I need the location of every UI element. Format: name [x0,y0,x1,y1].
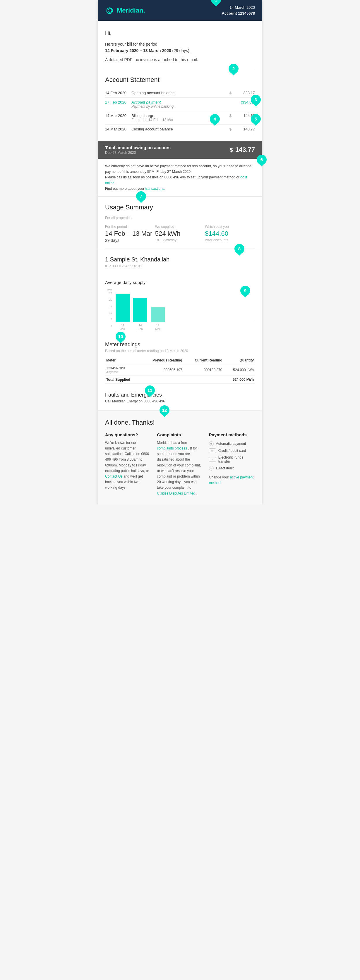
chart-title: Average daily supply [105,280,255,285]
total-row: 6 Total amount owing on account Due 27 M… [98,141,262,159]
quantity: 524.000 kWh [223,364,255,375]
questions-title: Any questions? [105,432,151,437]
y-tick-10: 10 [105,312,113,314]
bill-period-bold: 14 February 2020 – 13 March 2020 [105,48,171,53]
col-prev-reading: Previous Reading [140,356,183,364]
col-quantity: Quantity [223,356,255,364]
complaints-process-link[interactable]: complaints process [157,446,187,450]
y-tick-5: 5 [105,318,113,321]
bar-group-jan [116,294,130,322]
chart-area: kWh 25 20 15 10 5 0 [105,287,255,332]
pm-item-eft: ≡ Electronic funds transfer [209,454,255,465]
x-label-mar: 14Mar [151,323,165,331]
row-amount-3: 144.60 [231,113,255,118]
row-date-2: 17 Feb 2020 [105,100,131,104]
y-tick-15: 15 [105,305,113,308]
eft-icon: ≡ [209,457,216,462]
for-all-properties: For all properties [105,216,255,220]
period-label: For the period [105,224,155,229]
period-value: 14 Feb – 13 Mar [105,230,155,237]
bar-feb [133,298,147,322]
row-date-1: 14 Feb 2020 [105,91,131,95]
meter-row-1: 12345678:9 Anytime 008606.197 009130.370… [105,364,255,375]
y-axis-label: kWh [105,288,113,291]
account-statement-title: Account Statement [105,76,255,84]
header-account: Account 12345678 [222,11,255,16]
usage-summary-title: Usage Summary [105,204,255,211]
account-statement-section: 2 Account Statement 14 Feb 2020 Opening … [98,69,262,141]
total-supplied-value: 524.000 kWh [223,375,255,383]
row-symbol-4: $ [226,127,231,131]
footer-payment-methods: Payment methods ⏺ Automatic payment ▭ Cr… [209,432,255,496]
row-desc-4: Closing account balance [131,127,226,131]
chart-x-labels: 14Jan 14Feb 14Mar [113,322,255,332]
row-amount-1: 333.17 [231,91,255,95]
header-date: 14 March 2020 [222,5,255,11]
meter-subtitle: Based on the actual meter reading on 13 … [105,349,255,353]
annotation-1: 1 [211,0,221,5]
statement-row-opening: 14 Feb 2020 Opening account balance $ 33… [105,88,255,98]
total-supplied-label: Total Supplied [105,375,140,383]
footer-complaints: Complaints Meridian has a free complaint… [157,432,203,496]
supplied-label: We supplied [155,224,205,229]
supplied-value: 524 kWh [155,230,205,237]
col-meter: Meter [105,356,140,364]
prev-reading: 008606.197 [140,364,183,375]
property-icp: ICP 0000123456XX1X2 [105,264,255,268]
row-amount-4: 143.77 [231,127,255,131]
row-desc-2: Account payment Payment by online bankin… [131,100,226,108]
pm-item-auto: ⏺ Automatic payment [209,440,255,447]
cost-sub: After discounts [205,238,255,242]
row-desc-3: Billing charge For period 14 Feb - 13 Ma… [131,113,226,122]
chart-section: 9 Average daily supply kWh 25 20 15 10 5… [98,280,262,337]
meter-table: Meter Previous Reading Current Reading Q… [105,356,255,384]
header: Meridian. 14 March 2020 Account 12345678… [98,0,262,21]
utilities-disputes-link[interactable]: Utilities Disputes Limited [157,491,195,495]
logo: Meridian. [105,6,145,15]
row-symbol-3: $ [226,113,231,118]
row-date-4: 14 Mar 2020 [105,127,131,131]
statement-row-closing: 14 Mar 2020 Closing account balance $ 14… [105,124,255,134]
pm-item-direct: ○ Direct debit [209,465,255,472]
statement-row-billing: 4 5 14 Mar 2020 Billing charge For perio… [105,111,255,124]
usage-period-col: For the period 14 Feb – 13 Mar 29 days [105,224,155,243]
contact-us-link[interactable]: Contact Us [105,474,122,479]
payment-note-text3: Find out more about your transactions. [105,186,255,192]
logo-icon [105,6,115,15]
meter-type: Anytime [106,370,139,374]
usage-summary-section: 7 Usage Summary For all properties For t… [98,197,262,248]
total-label: Total amount owing on account [105,145,171,150]
chart-bars [113,287,255,322]
faults-section: 11 Faults and Emergencies Call Meridian … [98,388,262,410]
y-tick-20: 20 [105,298,113,301]
complaints-title: Complaints [157,432,203,437]
curr-reading: 009130.370 [183,364,223,375]
transactions-link[interactable]: transactions. [145,186,165,191]
bar-jan [116,294,130,322]
meter-readings-section: 10 Meter readings Based on the actual me… [98,337,262,388]
cost-label: Which cost you [205,224,255,229]
bill-intro-text: Here's your bill for the period 14 Febru… [105,41,255,54]
cost-value: $144.60 [205,230,255,237]
change-payment-text: Change your active payment method . [209,475,255,486]
logo-text: Meridian. [117,7,145,14]
auto-payment-icon: ⏺ [209,441,213,446]
footer-cols: Any questions? We're known for our unriv… [105,432,255,496]
bar-group-mar [151,307,165,322]
payment-methods-list: ⏺ Automatic payment ▭ Credit / debit car… [209,440,255,472]
payment-note-text2: Please call us as soon as possible on 08… [105,175,255,186]
row-symbol-1: $ [226,91,231,95]
pm-item-card: ▭ Credit / debit card [209,447,255,454]
chart-y-axis: kWh 25 20 15 10 5 0 [105,287,113,329]
y-tick-25: 25 [105,292,113,295]
total-supplied-row: Total Supplied 524.000 kWh [105,375,255,383]
intro-section: Hi, Here's your bill for the period 14 F… [98,21,262,69]
card-icon: ▭ [209,448,216,453]
bar-group-feb [133,298,147,322]
direct-debit-icon: ○ [209,466,213,471]
row-amount-2: (334.00) [231,100,255,104]
usage-supplied-col: We supplied 524 kWh 18.1 kWh/day [155,224,205,243]
supplied-sub: 18.1 kWh/day [155,238,205,242]
x-label-feb: 14Feb [133,323,147,331]
total-currency: $ [230,147,233,153]
